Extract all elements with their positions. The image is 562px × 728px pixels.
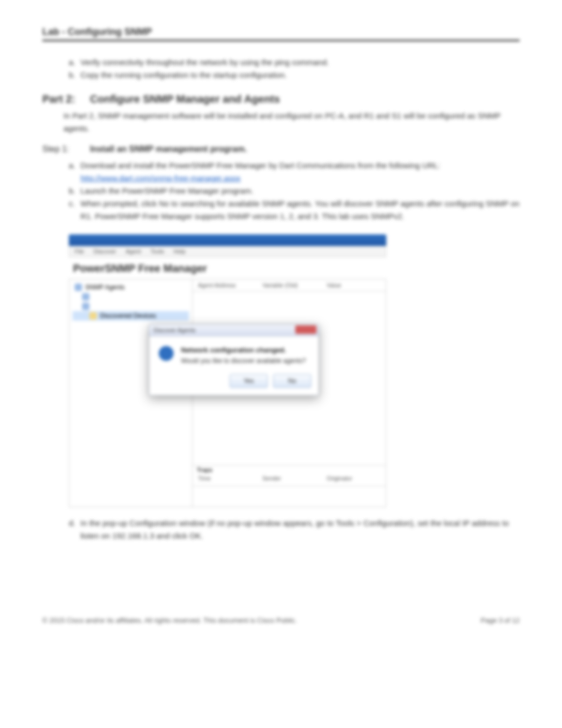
node-icon	[82, 293, 89, 301]
no-button[interactable]: No	[273, 374, 311, 388]
footer-left: © 2015 Cisco and/or its affiliates. All …	[42, 616, 297, 624]
menu-agent[interactable]: Agent	[126, 248, 141, 254]
app-menubar: File Discover Agent Tools Help	[69, 246, 386, 257]
step-item-c: When prompted, click No to searching for…	[69, 197, 520, 223]
menu-file[interactable]: File	[75, 248, 84, 254]
dialog-line2: Would you like to discover available age…	[181, 357, 306, 365]
bcol-sender: Sender	[257, 474, 322, 486]
node-icon	[82, 303, 89, 310]
dialog-title-text: Discover Agents	[153, 327, 195, 333]
dialog-line1: Network configuration changed.	[181, 346, 306, 354]
app-titlebar	[69, 234, 386, 246]
step-title: Install an SNMP management program.	[90, 144, 247, 154]
step-label: Step 1:	[42, 144, 79, 154]
part-desc: In Part 2, SNMP management software will…	[64, 110, 520, 135]
bcol-orig: Originator	[321, 474, 386, 486]
bottom-header: Traps	[193, 466, 386, 474]
info-icon	[159, 346, 174, 361]
menu-discover[interactable]: Discover	[94, 248, 116, 254]
col-variable: Variable (Oid)	[257, 282, 322, 288]
step-item-a-text: Download and install the PowerSNMP Free …	[80, 161, 440, 170]
part-label: Part 2:	[42, 93, 79, 105]
top-item-a: Verify connectivity throughout the netwo…	[69, 56, 520, 69]
footer-right: Page 3 of 12	[481, 616, 520, 624]
close-icon[interactable]	[295, 325, 316, 334]
step-item-b: Launch the PowerSNMP Free Manager progra…	[69, 185, 520, 197]
menu-tools[interactable]: Tools	[150, 248, 164, 254]
step-item-d: In the pop-up Configuration window (if n…	[69, 517, 520, 542]
download-link[interactable]: http://www.dart.com/snmp-free-manager.as…	[80, 174, 241, 183]
page-header-title: Lab - Configuring SNMP	[42, 26, 520, 40]
bcol-time: Time	[193, 474, 257, 486]
app-brand: PowerSNMP Free Manager	[69, 257, 386, 279]
yes-button[interactable]: Yes	[230, 374, 268, 388]
discover-dialog: Discover Agents Network configuration ch…	[149, 324, 319, 396]
part-title: Configure SNMP Manager and Agents	[90, 93, 280, 105]
folder-icon	[89, 312, 97, 320]
col-agent: Agent Address	[193, 282, 257, 288]
computer-icon	[75, 284, 82, 291]
step-item-a: Download and install the PowerSNMP Free …	[69, 159, 520, 185]
col-value: Value	[321, 282, 386, 288]
tree-leaf[interactable]: Discovered Devices	[100, 312, 156, 320]
top-item-b: Copy the running configuration to the st…	[69, 69, 520, 81]
menu-help[interactable]: Help	[174, 248, 186, 254]
app-screenshot: File Discover Agent Tools Help PowerSNMP…	[69, 234, 386, 507]
tree-root[interactable]: SNMP Agents	[85, 284, 124, 291]
